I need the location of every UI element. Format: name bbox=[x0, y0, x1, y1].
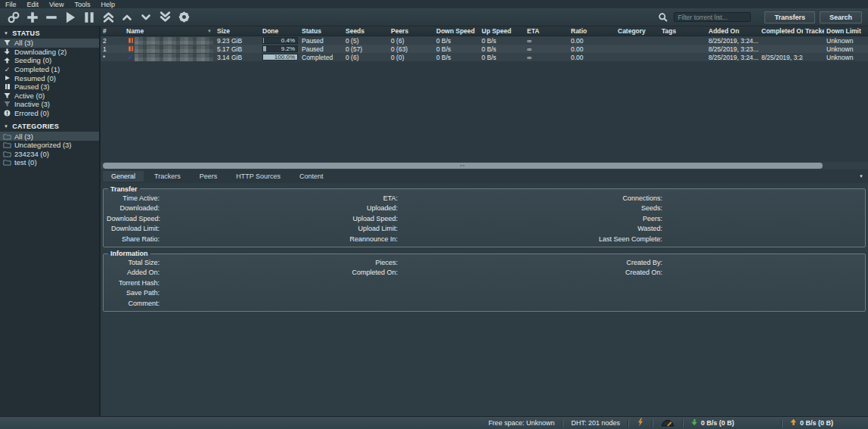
speed-limits-gauge-icon[interactable] bbox=[661, 418, 674, 428]
col-seeds[interactable]: Seeds bbox=[343, 26, 389, 36]
queue-down-icon[interactable] bbox=[138, 10, 154, 25]
statusbar-separator bbox=[652, 419, 653, 427]
sidebar-item-uncategorized[interactable]: Uncategorized (3) bbox=[0, 141, 99, 150]
sidebar-item-seeding[interactable]: Seeding (0) bbox=[0, 56, 99, 65]
remove-torrent-icon[interactable] bbox=[43, 10, 60, 25]
sidebar-item-234234[interactable]: 234234 (0) bbox=[0, 150, 99, 159]
table-row[interactable]: 1 5.17 GiB 9.2% Paused 0 (57) 0 (63) 0 B… bbox=[101, 45, 868, 53]
queue-up-icon[interactable] bbox=[119, 10, 135, 25]
progress-bar: 0.4% bbox=[262, 37, 298, 44]
tab-http-sources[interactable]: HTTP Sources bbox=[228, 171, 289, 182]
field-value bbox=[662, 235, 862, 244]
field-label: Torrent Hash: bbox=[107, 278, 160, 288]
options-gear-icon[interactable] bbox=[175, 10, 192, 25]
sidebar-item-resumed[interactable]: Resumed (0) bbox=[0, 73, 99, 82]
table-row[interactable]: * ✓ 3.14 GiB 100.0% Completed 0 (6) 0 (0… bbox=[101, 53, 868, 61]
menu-tools[interactable]: Tools bbox=[70, 1, 97, 8]
redacted-torrent-name bbox=[135, 37, 213, 45]
col-completed-on[interactable]: Completed On bbox=[759, 26, 803, 36]
transfer-legend: Transfer bbox=[108, 185, 140, 193]
col-name[interactable]: Name▼ bbox=[124, 26, 215, 36]
general-panel: Transfer Time Active: ETA: Connections: … bbox=[101, 183, 868, 416]
download-speed-label: 0 B/s (0 B) bbox=[701, 419, 734, 427]
field-value bbox=[160, 258, 330, 268]
menu-help[interactable]: Help bbox=[97, 1, 122, 8]
field-value bbox=[160, 268, 330, 278]
folder-icon bbox=[3, 141, 11, 148]
information-fieldset: Information Total Size: Pieces: Created … bbox=[103, 250, 866, 312]
sidebar-item-errored[interactable]: Errored (0) bbox=[0, 109, 99, 118]
col-tags[interactable]: Tags bbox=[659, 26, 706, 36]
sidebar-item-all-status[interactable]: All (3) bbox=[0, 39, 99, 48]
connection-status-icon[interactable] bbox=[637, 418, 644, 428]
resume-icon[interactable] bbox=[62, 10, 79, 25]
search-view-button[interactable]: Search bbox=[820, 11, 862, 23]
col-down-limit[interactable]: Down Limit bbox=[824, 26, 868, 36]
filter-torrent-input[interactable] bbox=[674, 12, 751, 22]
panel-collapse-icon[interactable]: ▼ bbox=[859, 174, 863, 179]
link-icon[interactable] bbox=[5, 10, 22, 25]
sidebar-item-active[interactable]: Active (0) bbox=[0, 92, 99, 101]
horizontal-scrollbar[interactable]: ▪▪ bbox=[101, 162, 868, 169]
field-value bbox=[398, 235, 579, 244]
dht-nodes-label: DHT: 201 nodes bbox=[571, 419, 620, 427]
field-value bbox=[398, 268, 579, 278]
col-up-speed[interactable]: Up Speed bbox=[479, 26, 525, 36]
categories-section-header[interactable]: ▼ CATEGORIES bbox=[0, 121, 99, 132]
col-added-on[interactable]: Added On bbox=[706, 26, 759, 36]
field-value bbox=[160, 278, 330, 288]
menu-view[interactable]: View bbox=[45, 1, 70, 8]
paused-state-icon bbox=[127, 46, 135, 51]
tab-trackers[interactable]: Trackers bbox=[146, 171, 189, 182]
check-icon: ✓ bbox=[3, 66, 11, 73]
tab-peers[interactable]: Peers bbox=[191, 171, 226, 182]
col-done[interactable]: Done bbox=[260, 26, 299, 36]
transfers-view-button[interactable]: Transfers bbox=[764, 11, 815, 23]
statusbar-separator bbox=[628, 419, 629, 427]
search-icon bbox=[655, 10, 671, 25]
qbittorrent-window: File Edit View Tools Help bbox=[0, 0, 868, 429]
add-torrent-icon[interactable] bbox=[24, 10, 41, 25]
field-label: Uploaded: bbox=[330, 204, 398, 213]
queue-bottom-icon[interactable] bbox=[157, 10, 173, 25]
filter-dim-icon bbox=[3, 101, 11, 107]
field-value bbox=[398, 204, 579, 213]
sidebar-item-inactive[interactable]: Inactive (3) bbox=[0, 100, 99, 109]
tab-general[interactable]: General bbox=[103, 171, 144, 182]
menu-file[interactable]: File bbox=[2, 1, 23, 8]
filter-icon bbox=[3, 39, 11, 46]
field-label: Time Active: bbox=[107, 194, 160, 204]
col-peers[interactable]: Peers bbox=[389, 26, 434, 36]
sidebar-item-paused[interactable]: Paused (3) bbox=[0, 82, 99, 92]
col-eta[interactable]: ETA bbox=[525, 26, 569, 36]
folder-icon bbox=[3, 133, 11, 140]
scrollbar-thumb[interactable]: ▪▪ bbox=[103, 163, 823, 169]
col-tracker[interactable]: Tracker bbox=[803, 26, 824, 36]
field-label: ETA: bbox=[330, 194, 398, 204]
menu-edit[interactable]: Edit bbox=[23, 1, 46, 8]
col-down-speed[interactable]: Down Speed bbox=[434, 26, 479, 36]
col-num[interactable]: # bbox=[101, 26, 124, 36]
field-label: Save Path: bbox=[107, 288, 160, 298]
tab-content[interactable]: Content bbox=[291, 171, 332, 182]
pause-icon[interactable] bbox=[81, 10, 98, 25]
sidebar-item-downloading[interactable]: Downloading (2) bbox=[0, 48, 99, 57]
field-value bbox=[160, 194, 330, 204]
field-label: Wasted: bbox=[579, 224, 662, 234]
table-row[interactable]: 2 9.23 GiB 0.4% Paused 0 (5) 0 (6) 0 B/s… bbox=[101, 36, 868, 45]
col-status[interactable]: Status bbox=[299, 26, 343, 36]
sidebar-item-test[interactable]: test (0) bbox=[0, 158, 99, 167]
field-value bbox=[160, 214, 330, 224]
col-ratio[interactable]: Ratio bbox=[569, 26, 615, 36]
sidebar-item-completed[interactable]: ✓ Completed (1) bbox=[0, 65, 99, 74]
field-label: Upload Limit: bbox=[330, 224, 398, 234]
torrent-table-header: # Name▼ Size Done Status Seeds Peers Dow… bbox=[101, 26, 868, 36]
field-label: Reannounce In: bbox=[330, 235, 398, 244]
field-value bbox=[398, 278, 579, 288]
collapse-triangle-icon: ▼ bbox=[4, 124, 8, 129]
sidebar-item-all-categories[interactable]: All (3) bbox=[0, 132, 99, 141]
col-size[interactable]: Size bbox=[215, 26, 260, 36]
status-section-header[interactable]: ▼ STATUS bbox=[0, 28, 99, 39]
col-category[interactable]: Category bbox=[615, 26, 659, 36]
queue-top-icon[interactable] bbox=[100, 10, 116, 25]
